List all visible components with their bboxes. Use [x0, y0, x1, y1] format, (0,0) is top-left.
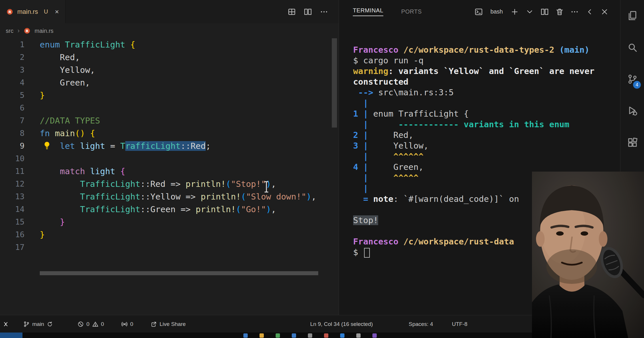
terminal-more-icon[interactable]	[570, 7, 579, 16]
broadcast-indicator[interactable]: 0	[121, 315, 133, 333]
line-number: 13	[0, 190, 24, 203]
code-text: TrafficLight::Red => println!("Stop!"),	[24, 178, 276, 190]
breadcrumb-folder[interactable]: src	[6, 28, 14, 34]
sync-icon	[46, 321, 53, 328]
code-line[interactable]: 13 TrafficLight::Yellow => println!("Slo…	[0, 190, 339, 203]
code-token: TrafficLight	[80, 179, 141, 189]
problems-indicator[interactable]: 0 0	[77, 315, 104, 333]
activity-bar-item-extensions[interactable]	[620, 127, 644, 158]
code-token	[60, 40, 65, 50]
taskbar-app-icon[interactable]	[324, 333, 328, 338]
layout-icon[interactable]	[287, 7, 296, 16]
code-text: enum TrafficLight {	[24, 38, 135, 51]
code-line[interactable]: 10	[0, 152, 339, 165]
terminal-line: warning: variants `Yellow` and `Green` a…	[353, 66, 620, 77]
code-line[interactable]: 16}	[0, 228, 339, 241]
code-line[interactable]: 12 TrafficLight::Red => println!("Stop!"…	[0, 178, 339, 190]
code-token: println!	[196, 204, 236, 214]
horizontal-scrollbar[interactable]	[40, 271, 318, 275]
panel-close-icon[interactable]	[600, 7, 609, 16]
encoding-indicator[interactable]: UTF-8	[452, 315, 467, 333]
code-line[interactable]: 11 match light {	[0, 165, 339, 178]
code-token: ,	[271, 179, 276, 189]
kill-terminal-icon[interactable]	[555, 7, 564, 16]
code-token: //DATA TYPES	[40, 116, 100, 126]
tab-main-rs[interactable]: R main.rs U ×	[0, 0, 66, 23]
terminal-token: enum TrafficLight {	[373, 109, 469, 119]
tab-terminal[interactable]: TERMINAL	[353, 7, 383, 16]
code-line[interactable]: 6	[0, 102, 339, 114]
taskbar-app-icon[interactable]	[372, 333, 377, 338]
svg-text:R: R	[26, 29, 29, 33]
taskbar-app-icon[interactable]	[243, 333, 248, 338]
quick-fix-lightbulb-icon[interactable]	[42, 141, 52, 151]
code-token: T	[120, 141, 125, 151]
taskbar-app-icon[interactable]	[276, 333, 280, 338]
more-actions-icon[interactable]	[320, 7, 328, 16]
code-line[interactable]: 1enum TrafficLight {	[0, 38, 339, 51]
launch-profile-chevron-icon[interactable]	[525, 7, 534, 16]
code-token: )	[306, 192, 311, 202]
code-line[interactable]: 4 Green,	[0, 76, 339, 89]
editor-pane: R main.rs U × src › R main.rs 1enum Traf…	[0, 0, 339, 315]
split-terminal-icon[interactable]	[540, 7, 549, 16]
shell-name[interactable]: bash	[490, 8, 503, 15]
panel-header: TERMINAL PORTS bash	[339, 0, 620, 23]
terminal-line: |	[353, 98, 620, 109]
taskbar-app-icon[interactable]	[292, 333, 296, 338]
code-token: (	[236, 204, 241, 214]
vertical-scrollbar[interactable]	[332, 38, 337, 128]
tab-close-icon[interactable]: ×	[55, 8, 59, 16]
branch-indicator[interactable]: main	[23, 315, 53, 333]
vscode-window: R main.rs U × src › R main.rs 1enum Traf…	[0, 0, 644, 338]
breadcrumb[interactable]: src › R main.rs	[0, 23, 344, 38]
warnings-icon	[92, 321, 99, 328]
code-token: enum	[40, 40, 60, 50]
code-line[interactable]: 17	[0, 241, 339, 254]
terminal-token: $ cargo run -q	[353, 56, 423, 65]
taskbar-app-icon[interactable]	[340, 333, 344, 338]
terminal-line: | ^^^^^^	[353, 151, 620, 162]
indentation-indicator[interactable]: Spaces: 4	[409, 315, 433, 333]
code-line[interactable]: 15 }	[0, 216, 339, 228]
activity-bar-item-search[interactable]	[620, 32, 644, 63]
remote-icon	[2, 321, 9, 328]
code-token: TrafficLight	[80, 204, 141, 214]
code-token: {	[120, 166, 125, 176]
code-line[interactable]: 3 Yellow,	[0, 64, 339, 76]
rust-file-icon: R	[6, 8, 13, 15]
debug-icon	[627, 105, 638, 117]
taskbar-start-segment[interactable]	[0, 333, 22, 338]
taskbar-app-icon[interactable]	[308, 333, 312, 338]
cursor-position[interactable]: Ln 9, Col 34 (16 selected)	[310, 315, 373, 333]
code-token: fn	[40, 128, 50, 138]
code-token	[125, 40, 130, 50]
code-line[interactable]: 2 Red,	[0, 51, 339, 64]
code-text	[24, 102, 40, 114]
code-line[interactable]: 7//DATA TYPES	[0, 114, 339, 127]
code-line[interactable]: 8fn main() {	[0, 127, 339, 140]
activity-bar-item-source-control[interactable]: 4	[620, 63, 644, 95]
shell-icon	[474, 7, 483, 16]
code-line[interactable]: 14 TrafficLight::Green => println!("Go!"…	[0, 203, 339, 216]
new-terminal-icon[interactable]	[510, 7, 519, 16]
panel-collapse-icon[interactable]	[585, 7, 594, 16]
line-number: 14	[0, 203, 24, 216]
taskbar-app-icon[interactable]	[260, 333, 264, 338]
activity-bar-item-run-and-debug[interactable]	[620, 95, 644, 127]
live-share-button[interactable]: Live Share	[150, 315, 186, 333]
code-text: let light = TrafficLight::Red;	[24, 140, 211, 152]
breadcrumb-file[interactable]: main.rs	[35, 28, 54, 34]
terminal-token: Yellow,	[373, 141, 429, 151]
mouse-ibeam-cursor	[264, 181, 269, 192]
tab-ports[interactable]: PORTS	[401, 8, 422, 15]
warning-count: 0	[101, 321, 104, 327]
code-token	[40, 217, 60, 227]
activity-bar-item-explorer[interactable]	[620, 0, 644, 32]
code-line[interactable]: 5}	[0, 89, 339, 102]
code-text	[24, 241, 40, 254]
split-editor-icon[interactable]	[304, 7, 312, 16]
taskbar-app-icon[interactable]	[356, 333, 361, 338]
terminal-line: 1 | enum TrafficLight {	[353, 109, 620, 119]
remote-indicator[interactable]	[2, 315, 9, 333]
